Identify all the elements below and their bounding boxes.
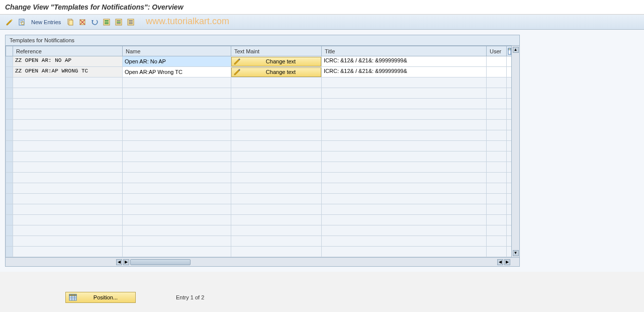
empty-cell[interactable]: [13, 247, 123, 257]
empty-cell[interactable]: [507, 204, 512, 215]
scroll-left-arrow-icon-2[interactable]: ◀: [497, 259, 503, 265]
empty-cell[interactable]: [487, 109, 507, 120]
scroll-right-arrow-icon[interactable]: ▶: [123, 259, 129, 265]
empty-cell[interactable]: [322, 183, 487, 194]
empty-cell[interactable]: [123, 99, 231, 109]
row-select-cell[interactable]: [6, 204, 13, 215]
empty-cell[interactable]: [487, 151, 507, 162]
empty-cell[interactable]: [231, 151, 322, 162]
row-select-cell[interactable]: [6, 56, 13, 67]
empty-cell[interactable]: [13, 215, 123, 225]
row-select-cell[interactable]: [6, 162, 13, 173]
empty-cell[interactable]: [13, 225, 123, 236]
empty-cell[interactable]: [322, 109, 487, 120]
empty-cell[interactable]: [322, 99, 487, 109]
empty-cell[interactable]: [507, 236, 512, 247]
empty-cell[interactable]: [322, 88, 487, 99]
deselect-all-icon[interactable]: [126, 18, 135, 27]
row-select-cell[interactable]: [6, 183, 13, 194]
empty-cell[interactable]: [322, 162, 487, 173]
undo-change-icon[interactable]: [90, 18, 99, 27]
empty-cell[interactable]: [487, 194, 507, 204]
empty-cell[interactable]: [507, 130, 512, 141]
row-select-cell[interactable]: [6, 88, 13, 99]
col-text-maint[interactable]: Text Maint: [231, 46, 322, 56]
col-name[interactable]: Name: [123, 46, 231, 56]
empty-cell[interactable]: [487, 77, 507, 88]
empty-cell[interactable]: [231, 173, 322, 183]
find-icon[interactable]: [17, 18, 26, 27]
empty-cell[interactable]: [123, 120, 231, 130]
vertical-scrollbar[interactable]: ▲ ▼: [511, 46, 519, 257]
empty-cell[interactable]: [123, 173, 231, 183]
empty-cell[interactable]: [507, 120, 512, 130]
empty-cell[interactable]: [487, 88, 507, 99]
empty-cell[interactable]: [231, 162, 322, 173]
empty-cell[interactable]: [231, 194, 322, 204]
title-cell[interactable]: ICRC: &12& / &21&: &99999999&: [322, 67, 487, 77]
empty-cell[interactable]: [123, 88, 231, 99]
empty-cell[interactable]: [487, 247, 507, 257]
empty-cell[interactable]: [507, 141, 512, 151]
row-select-header[interactable]: [6, 46, 13, 56]
empty-cell[interactable]: [231, 215, 322, 225]
empty-cell[interactable]: [13, 99, 123, 109]
row-select-cell[interactable]: [6, 99, 13, 109]
horizontal-scrollbar[interactable]: ◀ ▶ ◀ ▶: [115, 258, 511, 266]
empty-cell[interactable]: [487, 120, 507, 130]
empty-cell[interactable]: [123, 247, 231, 257]
empty-cell[interactable]: [13, 109, 123, 120]
new-entries-button[interactable]: New Entries: [29, 18, 63, 26]
empty-cell[interactable]: [322, 215, 487, 225]
empty-cell[interactable]: [487, 183, 507, 194]
empty-cell[interactable]: [507, 225, 512, 236]
empty-cell[interactable]: [487, 173, 507, 183]
delete-icon[interactable]: [78, 18, 87, 27]
empty-cell[interactable]: [507, 77, 512, 88]
configure-columns-button[interactable]: [507, 46, 512, 56]
empty-cell[interactable]: [231, 120, 322, 130]
empty-cell[interactable]: [322, 225, 487, 236]
empty-cell[interactable]: [322, 247, 487, 257]
empty-cell[interactable]: [231, 141, 322, 151]
empty-cell[interactable]: [123, 236, 231, 247]
user-cell[interactable]: [487, 67, 507, 77]
empty-cell[interactable]: [322, 130, 487, 141]
empty-cell[interactable]: [322, 194, 487, 204]
empty-cell[interactable]: [13, 204, 123, 215]
empty-cell[interactable]: [13, 173, 123, 183]
name-input[interactable]: [123, 56, 231, 66]
empty-cell[interactable]: [123, 162, 231, 173]
empty-cell[interactable]: [487, 99, 507, 109]
row-select-cell[interactable]: [6, 109, 13, 120]
row-select-cell[interactable]: [6, 194, 13, 204]
row-select-cell[interactable]: [6, 77, 13, 88]
empty-cell[interactable]: [322, 151, 487, 162]
row-select-cell[interactable]: [6, 141, 13, 151]
empty-cell[interactable]: [13, 194, 123, 204]
scroll-down-arrow-icon[interactable]: ▼: [513, 250, 519, 256]
name-input[interactable]: [123, 67, 231, 77]
empty-cell[interactable]: [487, 236, 507, 247]
empty-cell[interactable]: [487, 204, 507, 215]
empty-cell[interactable]: [231, 77, 322, 88]
empty-cell[interactable]: [231, 99, 322, 109]
empty-cell[interactable]: [322, 141, 487, 151]
scroll-right-arrow-icon-2[interactable]: ▶: [504, 259, 510, 265]
empty-cell[interactable]: [487, 141, 507, 151]
empty-cell[interactable]: [322, 173, 487, 183]
col-title[interactable]: Title: [322, 46, 487, 56]
empty-cell[interactable]: [231, 88, 322, 99]
empty-cell[interactable]: [487, 130, 507, 141]
empty-cell[interactable]: [231, 225, 322, 236]
empty-cell[interactable]: [322, 236, 487, 247]
empty-cell[interactable]: [507, 109, 512, 120]
row-select-cell[interactable]: [6, 215, 13, 225]
reference-cell[interactable]: ZZ OPEN AR: NO AP: [13, 56, 123, 67]
empty-cell[interactable]: [13, 183, 123, 194]
empty-cell[interactable]: [231, 109, 322, 120]
user-cell[interactable]: [487, 56, 507, 67]
empty-cell[interactable]: [507, 173, 512, 183]
empty-cell[interactable]: [231, 204, 322, 215]
empty-cell[interactable]: [231, 236, 322, 247]
